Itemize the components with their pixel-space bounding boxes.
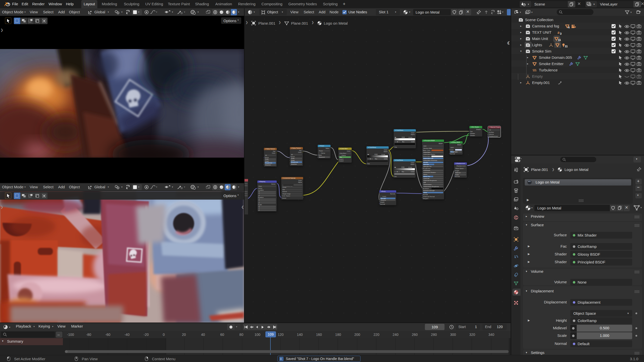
svg-text:a: a <box>557 30 559 34</box>
